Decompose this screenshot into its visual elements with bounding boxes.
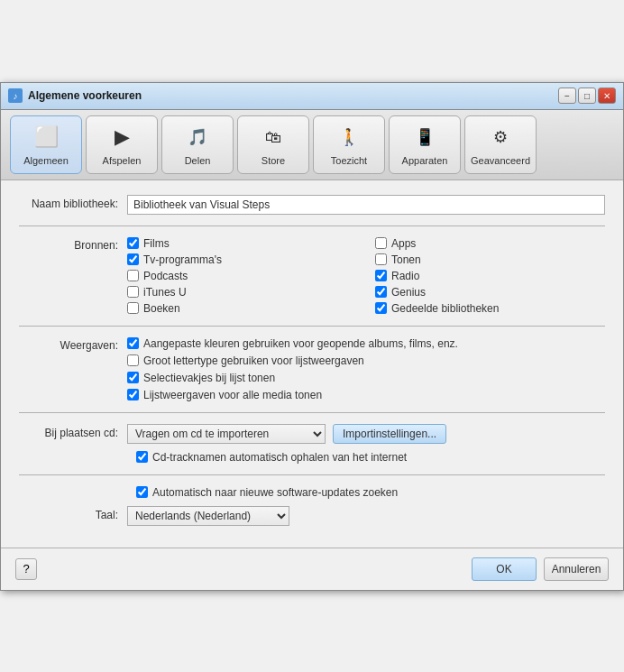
tab-apparaten[interactable]: 📱 Apparaten — [389, 115, 461, 174]
checkbox-boeken[interactable] — [127, 302, 139, 314]
checkbox-podcasts[interactable] — [127, 270, 139, 281]
tab-store-label: Store — [262, 155, 285, 166]
checkbox-tonen[interactable] — [375, 253, 387, 265]
algemeen-icon: ⬜ — [32, 123, 60, 152]
taal-row: Taal: Nederlands (Nederland) English Deu… — [19, 506, 605, 526]
window-icon: ♪ — [8, 88, 23, 103]
checkbox-lijstweergaven-label[interactable]: Lijstweergaven voor alle media tonen — [143, 389, 322, 401]
toezicht-icon: 🚶 — [335, 123, 363, 152]
checkbox-genius-row: Genius — [375, 286, 605, 299]
delen-icon: 🎵 — [183, 123, 212, 152]
checkbox-apps[interactable] — [375, 237, 387, 249]
checkbox-itunesu[interactable] — [127, 286, 139, 298]
checkbox-itunesu-row: iTunes U — [127, 286, 357, 299]
checkbox-cdtracks[interactable] — [136, 451, 148, 463]
checkbox-gedeelde-label[interactable]: Gedeelde bibliotheken — [391, 302, 499, 315]
tab-delen-label: Delen — [185, 155, 211, 166]
tab-afspelen[interactable]: ▶ Afspelen — [86, 115, 158, 174]
checkbox-cdtracks-row: Cd-tracknamen automatisch ophalen van he… — [136, 451, 407, 464]
checkbox-updates-label[interactable]: Automatisch naar nieuwe software-updates… — [152, 486, 398, 499]
help-button[interactable]: ? — [15, 558, 37, 580]
checkbox-films-label[interactable]: Films — [143, 237, 170, 250]
separator-1 — [19, 226, 605, 226]
checkbox-gedeelde[interactable] — [375, 302, 387, 314]
bij-plaatsen-dropdown[interactable]: Vragen om cd te importeren Geen actie on… — [127, 424, 326, 444]
bij-plaatsen-row: Bij plaatsen cd: Vragen om cd te importe… — [19, 424, 605, 444]
checkbox-cdtracks-label[interactable]: Cd-tracknamen automatisch ophalen van he… — [152, 451, 407, 464]
checkbox-films[interactable] — [127, 237, 139, 249]
sources-checkboxes: Films Apps Tv-programma's Tonen P — [127, 237, 605, 315]
checkbox-selectievakjes[interactable] — [127, 372, 139, 383]
checkbox-boeken-label[interactable]: Boeken — [143, 302, 180, 315]
window-title: Algemene voorkeuren — [28, 89, 142, 102]
close-button[interactable]: ✕ — [598, 87, 616, 104]
checkbox-lijstweergaven[interactable] — [127, 389, 139, 400]
separator-4 — [19, 474, 605, 475]
checkbox-podcasts-row: Podcasts — [127, 270, 357, 282]
cancel-button[interactable]: Annuleren — [544, 557, 609, 581]
import-settings-button[interactable]: Importinstellingen... — [333, 424, 446, 444]
checkbox-aangepaste[interactable] — [127, 337, 139, 349]
bij-plaatsen-label: Bij plaatsen cd: — [19, 424, 127, 439]
library-name-input[interactable] — [127, 195, 605, 215]
minimize-button[interactable]: − — [558, 87, 576, 104]
title-buttons: − □ ✕ — [558, 87, 616, 104]
taal-dropdown[interactable]: Nederlands (Nederland) English Deutsch F… — [127, 506, 289, 526]
checkbox-tv[interactable] — [127, 253, 139, 265]
preferences-window: ♪ Algemene voorkeuren − □ ✕ ⬜ Algemeen ▶… — [0, 82, 624, 591]
checkbox-apps-row: Apps — [375, 237, 605, 250]
checkbox-tv-label[interactable]: Tv-programma's — [143, 253, 222, 266]
sources-label: Bronnen: — [19, 237, 127, 252]
footer-right-buttons: OK Annuleren — [472, 557, 609, 581]
sources-row: Bronnen: Films Apps Tv-programma's — [19, 237, 605, 315]
library-name-label: Naam bibliotheek: — [19, 195, 127, 210]
checkbox-gedeelde-row: Gedeelde bibliotheken — [375, 302, 605, 315]
ok-button[interactable]: OK — [472, 557, 537, 581]
checkbox-selectievakjes-label[interactable]: Selectievakjes bij lijst tonen — [143, 372, 275, 384]
checkbox-itunesu-label[interactable]: iTunes U — [143, 286, 187, 299]
checkbox-tv-row: Tv-programma's — [127, 253, 357, 266]
checkbox-radio[interactable] — [375, 270, 387, 281]
checkbox-aangepaste-label[interactable]: Aangepaste kleuren gebruiken voor geopen… — [143, 337, 458, 350]
footer: ? OK Annuleren — [1, 548, 623, 590]
checkbox-updates[interactable] — [136, 486, 148, 498]
taal-label: Taal: — [19, 506, 127, 521]
checkbox-boeken-row: Boeken — [127, 302, 357, 315]
title-bar-left: ♪ Algemene voorkeuren — [8, 88, 142, 103]
checkbox-podcasts-label[interactable]: Podcasts — [143, 270, 188, 282]
tab-apparaten-label: Apparaten — [402, 155, 448, 166]
checkbox-groot[interactable] — [127, 354, 139, 366]
tab-toezicht-label: Toezicht — [331, 155, 367, 166]
checkbox-selectievakjes-row: Selectievakjes bij lijst tonen — [127, 372, 605, 384]
checkbox-apps-label[interactable]: Apps — [391, 237, 416, 250]
weergaven-label: Weergaven: — [19, 337, 127, 352]
tab-algemeen[interactable]: ⬜ Algemeen — [10, 115, 82, 174]
tab-store[interactable]: 🛍 Store — [237, 115, 309, 174]
tab-afspelen-label: Afspelen — [103, 155, 142, 166]
tab-delen[interactable]: 🎵 Delen — [161, 115, 234, 174]
bij-plaatsen-controls: Vragen om cd te importeren Geen actie on… — [127, 424, 605, 444]
checkbox-genius-label[interactable]: Genius — [391, 286, 426, 299]
tab-toezicht[interactable]: 🚶 Toezicht — [313, 115, 385, 174]
checkbox-tonen-row: Tonen — [375, 253, 605, 266]
checkbox-lijstweergaven-row: Lijstweergaven voor alle media tonen — [127, 389, 605, 401]
store-icon: 🛍 — [259, 123, 288, 152]
weergaven-row: Weergaven: Aangepaste kleuren gebruiken … — [19, 337, 605, 401]
maximize-button[interactable]: □ — [578, 87, 596, 104]
content-area: Naam bibliotheek: Bronnen: Films Apps — [1, 180, 623, 548]
tab-algemeen-label: Algemeen — [23, 155, 69, 166]
checkbox-radio-label[interactable]: Radio — [391, 270, 419, 282]
library-name-row: Naam bibliotheek: — [19, 195, 605, 215]
separator-2 — [19, 326, 605, 327]
checkbox-radio-row: Radio — [375, 270, 605, 282]
separator-3 — [19, 412, 605, 413]
tab-geavanceerd[interactable]: ⚙ Geavanceerd — [464, 115, 537, 174]
checkbox-tonen-label[interactable]: Tonen — [391, 253, 421, 266]
tab-geavanceerd-label: Geavanceerd — [471, 155, 530, 166]
toolbar: ⬜ Algemeen ▶ Afspelen 🎵 Delen 🛍 Store 🚶 … — [1, 110, 623, 180]
checkbox-genius[interactable] — [375, 286, 387, 298]
apparaten-icon: 📱 — [410, 123, 439, 152]
checkbox-groot-label[interactable]: Groot lettertype gebruiken voor lijstwee… — [143, 354, 364, 367]
weergaven-checkboxes: Aangepaste kleuren gebruiken voor geopen… — [127, 337, 605, 401]
checkbox-groot-row: Groot lettertype gebruiken voor lijstwee… — [127, 354, 605, 367]
